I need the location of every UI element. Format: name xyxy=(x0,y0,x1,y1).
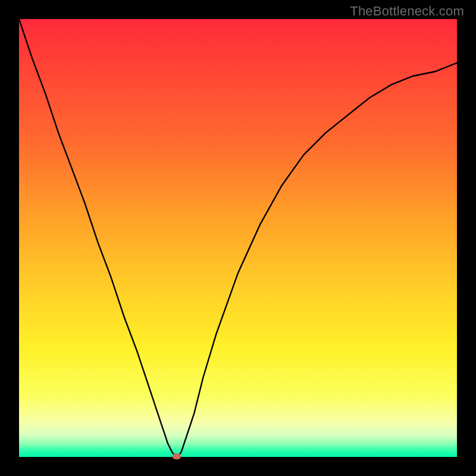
chart-frame: TheBottleneck.com xyxy=(0,0,476,476)
plot-area xyxy=(19,19,457,457)
bottleneck-curve xyxy=(19,19,457,457)
watermark-text: TheBottleneck.com xyxy=(350,4,464,19)
curve-path xyxy=(19,19,457,457)
optimal-point-marker xyxy=(173,453,181,459)
